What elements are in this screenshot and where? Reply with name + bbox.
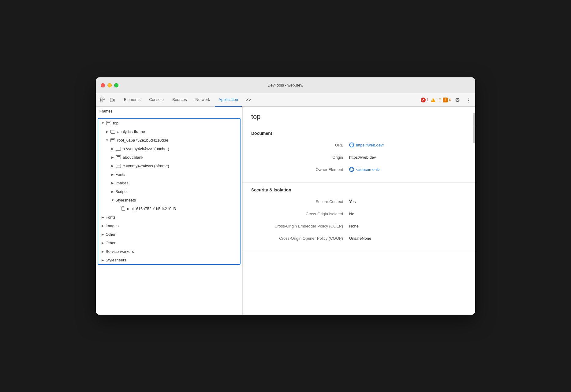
url-value: https://web.dev/ (349, 142, 384, 147)
cross-origin-isolated-value: No (349, 212, 354, 216)
toggle-fonts-inner[interactable] (110, 172, 115, 176)
tree-item-stylesheets-outer[interactable]: Stylesheets (98, 256, 240, 264)
detail-row-cross-origin-isolated: Cross-Origin Isolated No (251, 209, 467, 218)
label-other1: Other (106, 232, 116, 237)
tab-elements[interactable]: Elements (120, 93, 144, 107)
sidebar: Frames top analytics-iframe (96, 107, 243, 315)
label-fonts-outer: Fonts (106, 215, 116, 220)
frame-icon-a (116, 147, 121, 151)
device-toolbar-icon[interactable] (108, 96, 117, 104)
toggle-scripts-inner[interactable] (110, 189, 115, 194)
owner-link[interactable]: <#document> (356, 167, 380, 172)
owner-key: Owner Element (251, 167, 349, 172)
toggle-c-frame[interactable] (110, 164, 115, 168)
secure-context-value: Yes (349, 199, 356, 204)
tree-item-fonts-inner[interactable]: Fonts (98, 170, 240, 179)
tree-item-c-frame[interactable]: c-vynmy4vb4wys (bframe) (98, 161, 240, 170)
toggle-service-workers[interactable] (101, 249, 105, 253)
tree-item-fonts-outer[interactable]: Fonts (98, 213, 240, 221)
sidebar-header: Frames (96, 107, 242, 116)
label-about-blank: about:blank (123, 155, 143, 160)
toggle-root-frame[interactable] (105, 138, 109, 142)
window-title: DevTools - web.dev/ (267, 83, 303, 87)
detail-row-origin: Origin https://web.dev (251, 153, 467, 161)
tab-network[interactable]: Network (192, 93, 214, 107)
owner-value: <#document> (349, 167, 380, 172)
frame-icon-analytics (110, 130, 115, 134)
svg-rect-4 (114, 99, 115, 101)
toggle-about-blank[interactable] (110, 155, 115, 159)
node-icon (349, 167, 354, 172)
tree-item-images-inner[interactable]: Images (98, 179, 240, 187)
frame-icon-root (110, 138, 115, 142)
settings-icon[interactable]: ⚙ (453, 96, 462, 104)
label-stylesheets-inner: Stylesheets (115, 198, 136, 202)
url-link[interactable]: https://web.dev/ (356, 143, 384, 147)
coop-key: Cross-Origin Opener Policy (COOP) (251, 236, 349, 241)
label-stylesheet-file: root_616a752e1b5d4210d3 (127, 206, 176, 211)
detail-row-url: URL https://web.dev/ (251, 141, 467, 149)
more-options-icon[interactable]: ⋮ (464, 96, 473, 104)
toggle-stylesheets-outer[interactable] (101, 258, 105, 262)
toggle-images-inner[interactable] (110, 181, 115, 185)
tree-item-other1[interactable]: Other (98, 230, 240, 239)
maximize-button[interactable] (114, 83, 118, 87)
tree-item-top[interactable]: top (98, 119, 240, 127)
detail-row-owner: Owner Element <#document> (251, 165, 467, 174)
info-badge[interactable]: ! 4 (443, 98, 451, 102)
tree-item-about-blank[interactable]: about:blank (98, 153, 240, 161)
toggle-stylesheets-inner[interactable] (110, 198, 115, 202)
detail-row-coop: Cross-Origin Opener Policy (COOP) Unsafe… (251, 234, 467, 242)
label-analytics-iframe: analytics-iframe (117, 129, 145, 134)
tree-item-a-frame[interactable]: a-vynmy4vb4wys (anchor) (98, 144, 240, 153)
toggle-fonts-outer[interactable] (101, 215, 105, 219)
detail-panel: top Document URL https://web.dev/ Origin… (243, 107, 475, 315)
frame-icon-top (106, 121, 111, 125)
main-content: Frames top analytics-iframe (96, 107, 475, 315)
tree-item-images-outer[interactable]: Images (98, 221, 240, 230)
toggle-top[interactable] (101, 121, 105, 125)
svg-rect-0 (100, 98, 102, 100)
tree-item-root-frame[interactable]: root_616a752e1b5d4210d3e (98, 136, 240, 144)
label-stylesheets-outer: Stylesheets (106, 258, 126, 262)
warning-badge[interactable]: 17 (431, 98, 441, 102)
toggle-analytics-iframe[interactable] (105, 129, 109, 134)
error-icon: ✕ (421, 98, 426, 102)
traffic-lights (101, 83, 118, 87)
label-images-inner: Images (115, 181, 129, 185)
label-images-outer: Images (106, 224, 119, 228)
error-badge[interactable]: ✕ 1 (421, 98, 429, 102)
scrollbar-thumb[interactable] (473, 113, 475, 143)
svg-rect-1 (100, 100, 102, 102)
close-button[interactable] (101, 83, 105, 87)
coep-key: Cross-Origin Embedder Policy (COEP) (251, 224, 349, 228)
label-top: top (113, 121, 118, 125)
toggle-images-outer[interactable] (101, 224, 105, 228)
toggle-other1[interactable] (101, 232, 105, 236)
tree-item-other2[interactable]: Other (98, 239, 240, 247)
label-c-frame: c-vynmy4vb4wys (bframe) (123, 164, 169, 168)
tree-item-analytics-iframe[interactable]: analytics-iframe (98, 127, 240, 136)
tree-item-scripts-inner[interactable]: Scripts (98, 187, 240, 196)
toggle-other2[interactable] (101, 241, 105, 245)
tab-console[interactable]: Console (145, 93, 167, 107)
tree-item-stylesheets-inner[interactable]: Stylesheets (98, 196, 240, 204)
toggle-a-frame[interactable] (110, 146, 115, 151)
tab-sources[interactable]: Sources (169, 93, 191, 107)
tree-item-service-workers[interactable]: Service workers (98, 247, 240, 256)
minimize-button[interactable] (107, 83, 112, 87)
warning-icon (431, 98, 435, 102)
titlebar: DevTools - web.dev/ (96, 77, 475, 93)
tree-item-stylesheet-file[interactable]: root_616a752e1b5d4210d3 (98, 204, 240, 213)
devtools-window: DevTools - web.dev/ Elements Cons (96, 77, 475, 315)
more-tabs-button[interactable]: >> (243, 93, 254, 107)
detail-title: top (243, 107, 475, 126)
url-icon (349, 142, 354, 147)
cross-origin-isolated-key: Cross-Origin Isolated (251, 212, 349, 216)
detail-row-coep: Cross-Origin Embedder Policy (COEP) None (251, 222, 467, 230)
toggle-stylesheet-file (116, 206, 120, 211)
frames-tree: top analytics-iframe root_616a752e1b5d42… (98, 118, 241, 265)
info-icon: ! (443, 98, 448, 102)
tab-application[interactable]: Application (215, 93, 242, 107)
inspect-element-icon[interactable] (98, 96, 107, 104)
